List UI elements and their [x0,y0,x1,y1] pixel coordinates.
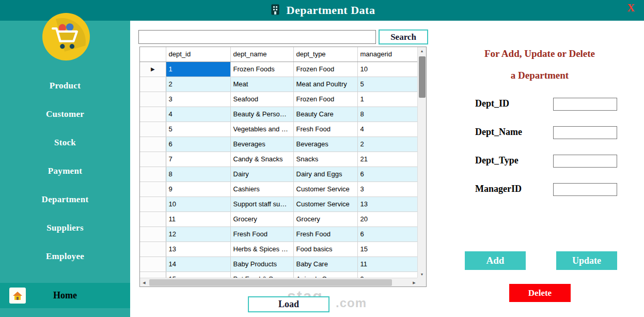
grid-cell[interactable]: 6 [166,137,230,152]
sidebar-item-product[interactable]: Product [0,78,130,94]
grid-cell[interactable]: Grocery [293,212,357,227]
grid-cell[interactable]: 4 [357,122,418,137]
grid-cell[interactable]: 7 [166,152,230,167]
row-header[interactable] [140,167,166,182]
table-row[interactable]: 4Beauty & Perso…Beauty Care8 [140,107,418,122]
grid-cell[interactable]: Beauty Care [293,107,357,122]
grid-cell[interactable]: 6 [357,227,418,241]
table-row[interactable]: 7Candy & SnacksSnacks21 [140,152,418,167]
table-row[interactable]: 5Vegetables and …Fresh Food4 [140,122,418,137]
grid-cell[interactable]: 1 [357,92,418,107]
table-row[interactable]: 9CashiersCustomer Service3 [140,182,418,197]
dept-name-input[interactable] [553,126,617,139]
row-header[interactable] [140,152,166,167]
grid-cell[interactable]: Herbs & Spices … [230,241,293,256]
grid-cell[interactable]: Customer Service [293,197,357,212]
grid-cell[interactable]: 13 [166,241,230,256]
grid-cell[interactable]: Frozen Foods [230,62,293,77]
sidebar-item-suppliers[interactable]: Suppliers [0,220,130,236]
managerid-input[interactable] [553,183,617,196]
column-header-managerid[interactable]: managerid [357,47,418,62]
sidebar-item-stock[interactable]: Stock [0,134,130,151]
grid-cell[interactable]: 21 [357,152,418,167]
grid-cell[interactable]: 12 [166,227,230,241]
sidebar-item-department[interactable]: Department [0,191,130,208]
table-row[interactable]: 11GroceryGrocery20 [140,212,418,227]
grid-cell[interactable]: 10 [166,197,230,212]
table-row[interactable]: 14Baby ProductsBaby Care11 [140,256,418,271]
grid-cell[interactable]: 15 [357,241,418,256]
grid-cell[interactable]: 8 [166,167,230,182]
grid-cell[interactable]: Snacks [293,152,357,167]
row-header[interactable] [140,137,166,152]
grid-cell[interactable]: 13 [357,197,418,212]
grid-cell[interactable]: Candy & Snacks [230,152,293,167]
dept-type-input[interactable] [553,155,617,168]
table-row[interactable]: 3SeafoodFrozen Food1 [140,92,418,107]
grid-cell[interactable]: Support staff su… [230,197,293,212]
grid-cell[interactable]: 5 [166,122,230,137]
grid-cell[interactable]: Beverages [293,137,357,152]
grid-cell[interactable]: Customer Service [293,182,357,197]
grid-cell[interactable]: 9 [166,182,230,197]
grid-cell[interactable]: 11 [166,212,230,227]
grid-cell[interactable]: 14 [166,256,230,271]
grid-cell[interactable]: Meat [230,77,293,92]
grid-cell[interactable]: Seafood [230,92,293,107]
close-icon[interactable]: X [627,2,635,14]
column-header-dept-name[interactable]: dept_name [230,47,293,62]
row-header[interactable] [140,212,166,227]
table-row[interactable]: 10Support staff su…Customer Service13 [140,197,418,212]
row-header[interactable] [140,92,166,107]
current-row-marker[interactable]: ▶ [140,62,166,77]
dept-id-input[interactable] [553,98,617,111]
grid-cell[interactable]: Frozen Food [293,92,357,107]
grid-cell[interactable]: Grocery [230,212,293,227]
grid-cell[interactable]: 4 [166,107,230,122]
row-header[interactable] [140,77,166,92]
table-row[interactable]: 12Fresh FoodFresh Food6 [140,227,418,241]
grid-cell[interactable]: Vegetables and … [230,122,293,137]
search-input[interactable] [138,30,376,44]
table-row[interactable]: 8DairyDairy and Eggs6 [140,167,418,182]
table-row[interactable]: 2MeatMeat and Poultry5 [140,77,418,92]
scroll-up-icon[interactable]: ▲ [418,47,426,55]
grid-cell[interactable]: Fresh Food [293,227,357,241]
grid-cell[interactable]: 8 [357,107,418,122]
grid-cell[interactable]: 11 [357,256,418,271]
grid-cell[interactable]: Fresh Food [230,227,293,241]
sidebar-item-employee[interactable]: Employee [0,248,130,265]
table-row[interactable]: ▶1Frozen FoodsFrozen Food10 [140,62,418,77]
column-header-dept-type[interactable]: dept_type [293,47,357,62]
load-button[interactable]: Load [248,296,329,312]
sidebar-item-customer[interactable]: Customer [0,106,130,123]
grid-cell[interactable]: 10 [357,62,418,77]
delete-button[interactable]: Delete [509,284,571,302]
sidebar-item-home[interactable]: Home [0,283,130,308]
update-button[interactable]: Update [556,251,617,270]
grid-cell[interactable]: Baby Care [293,256,357,271]
column-header-dept-id[interactable]: dept_id [166,47,230,62]
grid-cell[interactable]: Dairy [230,167,293,182]
search-button[interactable]: Search [379,29,428,44]
grid-cell[interactable]: Fresh Food [293,122,357,137]
row-header[interactable] [140,227,166,241]
grid-cell[interactable]: Beverages [230,137,293,152]
grid-cell[interactable]: 2 [357,137,418,152]
grid-cell[interactable]: Food basics [293,241,357,256]
add-button[interactable]: Add [465,251,526,270]
row-header[interactable] [140,107,166,122]
horizontal-scroll-thumb[interactable] [149,279,392,286]
vertical-scroll-thumb[interactable] [419,56,426,98]
row-header[interactable] [140,122,166,137]
grid-cell[interactable]: Baby Products [230,256,293,271]
table-row[interactable]: 13Herbs & Spices …Food basics15 [140,241,418,256]
grid-cell[interactable]: Cashiers [230,182,293,197]
row-header[interactable] [140,256,166,271]
grid-cell[interactable]: Dairy and Eggs [293,167,357,182]
grid-cell[interactable]: Beauty & Perso… [230,107,293,122]
scroll-left-icon[interactable]: ◀ [140,278,148,287]
grid-cell[interactable]: 20 [357,212,418,227]
table-row[interactable]: 6BeveragesBeverages2 [140,137,418,152]
horizontal-scrollbar[interactable]: ◀ ▶ [140,278,418,286]
